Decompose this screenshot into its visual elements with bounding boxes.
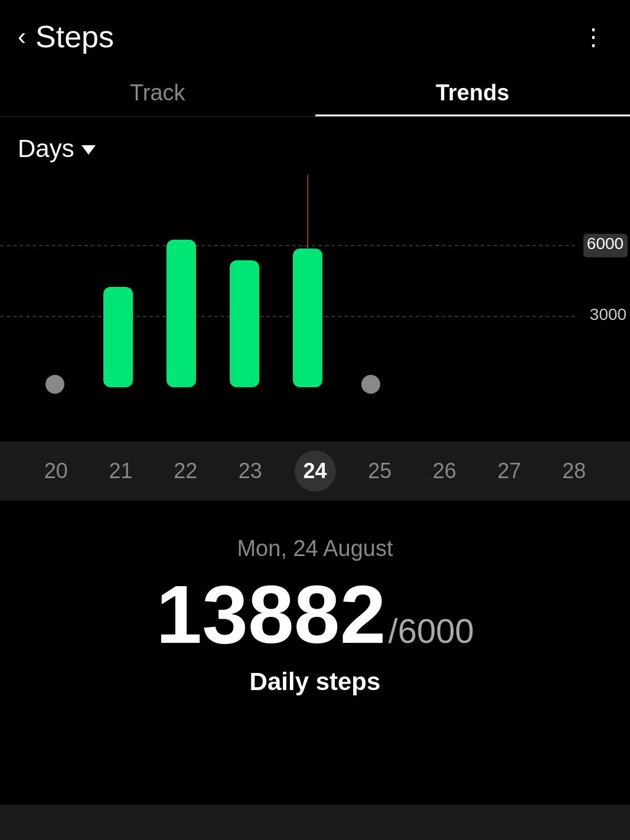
header: ‹ Steps ⋮ — [0, 0, 630, 66]
tab-bar: Track Trends — [0, 66, 630, 117]
x-label-27: 27 — [477, 459, 542, 483]
more-options-button[interactable]: ⋮ — [582, 23, 606, 50]
bar-day-24 — [293, 249, 322, 387]
tab-track[interactable]: Track — [0, 66, 315, 116]
steps-label: Daily steps — [24, 668, 606, 696]
bar-day-23 — [230, 260, 259, 387]
steps-goal: /6000 — [389, 614, 474, 648]
y-label-6000: 6000 — [587, 234, 624, 253]
chart-area: Days 6000 3000 — [0, 117, 630, 442]
bottom-navigation-bar — [0, 805, 630, 840]
back-button[interactable]: ‹ — [18, 24, 26, 49]
selected-date: Mon, 24 August — [24, 536, 606, 561]
steps-number: 13882 — [156, 573, 386, 656]
stats-section: Mon, 24 August 13882 /6000 Daily steps — [0, 501, 630, 720]
dot-day-25 — [361, 375, 380, 394]
x-label-21: 21 — [89, 459, 154, 483]
steps-count: 13882 /6000 — [24, 573, 606, 656]
x-axis: 20 21 22 23 24 25 26 27 28 — [0, 442, 630, 501]
chart-svg: 6000 3000 — [0, 175, 630, 423]
bar-day-21 — [103, 287, 133, 387]
y-label-3000: 3000 — [590, 305, 626, 323]
x-label-23: 23 — [218, 459, 283, 483]
x-label-20: 20 — [24, 459, 89, 483]
x-label-26: 26 — [412, 459, 477, 483]
dot-day-20 — [45, 375, 64, 394]
chevron-down-icon — [81, 143, 96, 155]
bar-chart: 6000 3000 — [0, 175, 630, 423]
bar-day-22 — [167, 240, 196, 387]
x-label-24[interactable]: 24 — [283, 450, 348, 492]
days-label: Days — [18, 135, 74, 163]
x-label-22: 22 — [153, 459, 218, 483]
page-title: Steps — [35, 19, 114, 54]
days-dropdown[interactable]: Days — [0, 135, 630, 163]
tab-trends[interactable]: Trends — [315, 66, 631, 116]
x-label-25: 25 — [347, 459, 412, 483]
x-label-28: 28 — [541, 459, 606, 483]
header-left: ‹ Steps — [18, 19, 114, 54]
